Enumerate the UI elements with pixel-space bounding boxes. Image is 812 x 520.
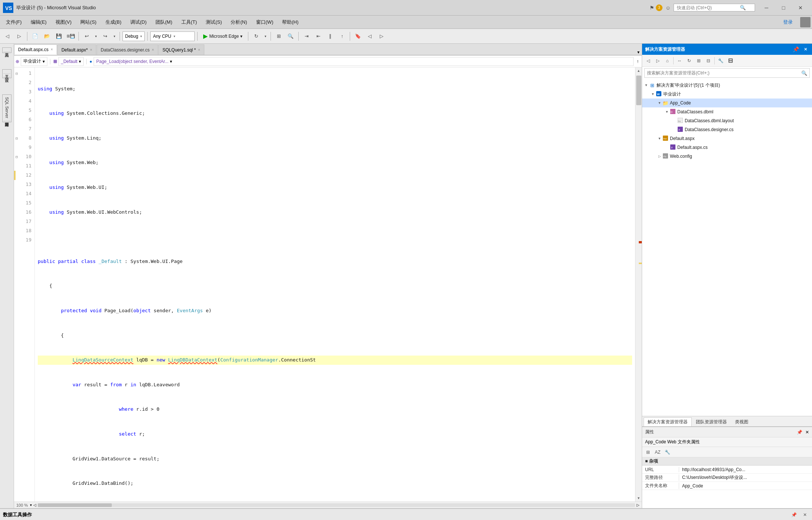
se-forward-button[interactable]: ▷ [653, 56, 662, 65]
start-button[interactable]: ▶ Microsoft Edge ▾ [200, 32, 245, 40]
undo-dropdown-button[interactable]: ▾ [93, 31, 98, 41]
tab-dataclasses-close[interactable]: × [152, 48, 154, 52]
tree-item-dataclasses-layout[interactable]: lay DataClasses.dbml.layout [642, 116, 812, 125]
scroll-thumb[interactable] [636, 76, 641, 105]
notification-badge[interactable]: 3 [656, 4, 662, 11]
h-scroll-track[interactable] [38, 503, 635, 507]
se-wrench-button[interactable]: 🔧 [716, 56, 725, 65]
tab-defaultaspxcs[interactable]: Default.aspx.cs × [14, 44, 57, 55]
toolbox-label[interactable]: 工具箱 [3, 49, 10, 52]
menu-item-analyze[interactable]: 分析(N) [226, 17, 251, 27]
vertical-scrollbar[interactable]: ▲ ▼ [635, 67, 642, 501]
tab-defaultaspx-close[interactable]: × [90, 48, 92, 52]
code-content[interactable]: using System; using System.Collections.G… [35, 67, 635, 501]
menu-item-file[interactable]: 文件(F) [1, 17, 26, 27]
menu-item-tools[interactable]: 工具(T) [177, 17, 202, 27]
panel-close-button[interactable]: ✕ [802, 46, 809, 53]
tab-solution-explorer[interactable]: 解决方案资源管理器 [644, 417, 692, 426]
menu-item-build[interactable]: 生成(B) [101, 17, 126, 27]
data-sources-label2[interactable]: 设置 [3, 74, 10, 77]
debug-config-dropdown[interactable]: Debug ▾ [123, 31, 145, 41]
save-button[interactable]: 💾 [54, 31, 64, 41]
data-sources-item[interactable]: 工具 设置 [2, 69, 11, 78]
server-label[interactable]: SQL Server 对象资源管理器 [3, 96, 10, 121]
tree-item-defaultaspx[interactable]: ▼ asp Default.aspx [642, 134, 812, 143]
solution-explorer-search[interactable]: 🔍 [644, 68, 810, 78]
tree-item-defaultcs[interactable]: # Default.aspx.cs [642, 143, 812, 152]
tree-item-webconfig[interactable]: ▷ cfg Web.config [642, 152, 812, 161]
se-sync-button[interactable]: ↔ [675, 56, 684, 65]
platform-dropdown[interactable]: Any CPU ▾ [150, 31, 195, 41]
menu-item-window[interactable]: 窗口(W) [252, 17, 278, 27]
bottom-panel-close-button[interactable]: ✕ [801, 511, 809, 519]
refresh-dropdown-button[interactable]: ▾ [263, 31, 268, 41]
tab-overflow-button[interactable]: ▾ [635, 50, 642, 55]
project-dropdown[interactable]: 毕业设计 ▾ [21, 57, 47, 66]
expand-code-button[interactable]: ↑ [635, 59, 640, 64]
tab-class-view[interactable]: 类视图 [731, 417, 752, 426]
uncomment-button[interactable]: ↑ [337, 31, 347, 41]
tab-dataclasses[interactable]: DataClasses.designer.cs × [97, 44, 158, 55]
method-dropdown[interactable]: Page_Load(object sender, EventAr... ▾ [94, 57, 634, 66]
horizontal-scrollbar[interactable]: 100 % ▾ ◁ ▷ [14, 501, 642, 508]
properties-close-button[interactable]: ✕ [805, 430, 809, 435]
menu-item-team[interactable]: 团队(M) [151, 17, 177, 27]
open-file-button[interactable]: 📂 [42, 31, 52, 41]
close-button[interactable]: ✕ [792, 2, 809, 13]
comment-button[interactable]: ∥ [325, 31, 335, 41]
maximize-button[interactable]: □ [775, 2, 792, 13]
save-all-button[interactable]: ⊞💾 [66, 31, 76, 41]
se-back-button[interactable]: ◁ [644, 56, 652, 65]
new-project-button[interactable]: 📄 [30, 31, 40, 41]
se-refresh-button[interactable]: ↻ [685, 56, 694, 65]
back-button[interactable]: ◁ [2, 31, 13, 41]
toolbox-item[interactable]: 工具箱 [2, 47, 11, 53]
tree-item-project[interactable]: ▼ W 毕业设计 [642, 90, 812, 99]
se-publish-button[interactable]: ⊞ [694, 56, 703, 65]
tree-item-solution[interactable]: ▼ ⊞ 解决方案'毕业设计'(5)'(1 个项目) [642, 81, 812, 90]
prop-wrench-button[interactable]: 🔧 [663, 448, 672, 457]
refresh-button[interactable]: ↻ [251, 31, 261, 41]
tab-defaultaspx[interactable]: Default.aspx* × [57, 44, 96, 55]
server-explorer-item[interactable]: SQL Server 对象资源管理器 [2, 94, 11, 122]
se-home-button[interactable]: ⌂ [663, 56, 672, 65]
flag-icon[interactable]: ⚑ [650, 5, 654, 11]
tab-sqlquery-close[interactable]: × [198, 48, 200, 52]
tree-item-designer[interactable]: # DataClasses.designer.cs [642, 125, 812, 134]
tab-team-explorer[interactable]: 团队资源管理器 [692, 417, 731, 426]
properties-pin-button[interactable]: 📌 [797, 430, 802, 435]
user-icon[interactable] [800, 17, 811, 27]
menu-item-debug[interactable]: 调试(D) [126, 17, 151, 27]
next-bookmark-button[interactable]: ▷ [376, 31, 387, 41]
prop-alpha-button[interactable]: AZ [653, 448, 662, 457]
scroll-down-button[interactable]: ▼ [635, 495, 642, 501]
search-box[interactable]: 🔍 [674, 4, 755, 11]
forward-button[interactable]: ▷ [14, 31, 24, 41]
minimize-button[interactable]: ─ [758, 2, 775, 13]
scroll-left-button[interactable]: ◁ [32, 503, 38, 507]
indent-button[interactable]: ⇥ [301, 31, 312, 41]
login-button[interactable]: 登录 [777, 17, 799, 27]
menu-item-website[interactable]: 网站(S) [76, 17, 101, 27]
tree-item-appcode[interactable]: ▼ 📁 App_Code [642, 99, 812, 107]
tab-sqlquery[interactable]: SQLQuery1.sql * × [158, 44, 204, 55]
find-button[interactable]: 🔍 [285, 31, 296, 41]
prop-category-button[interactable]: ⊞ [644, 448, 652, 457]
pin-button[interactable]: 📌 [792, 46, 799, 53]
menu-item-test[interactable]: 测试(S) [201, 17, 226, 27]
code-editor[interactable]: ⊟ 1 2 3 4 5 6 7 ⊟ 8 [14, 67, 642, 501]
class-dropdown[interactable]: _Default ▾ [58, 57, 84, 66]
menu-item-view[interactable]: 视图(V) [51, 17, 76, 27]
solution-tree[interactable]: ▼ ⊞ 解决方案'毕业设计'(5)'(1 个项目) ▼ W 毕业设计 ▼ 📁 [642, 79, 812, 416]
unindent-button[interactable]: ⇤ [313, 31, 323, 41]
scroll-right-button[interactable]: ▷ [635, 503, 641, 507]
tree-item-dataclasses[interactable]: ▼ D DataClasses.dbml [642, 107, 812, 116]
menu-item-edit[interactable]: 编辑(E) [26, 17, 51, 27]
bookmark2-button[interactable]: 🔖 [353, 31, 363, 41]
undo-button[interactable]: ↩ [81, 31, 92, 41]
redo-button[interactable]: ↪ [100, 31, 110, 41]
data-sources-label[interactable]: 工具 [3, 70, 10, 74]
se-view-button[interactable]: ⊟ [704, 56, 713, 65]
scroll-up-button[interactable]: ▲ [635, 67, 642, 74]
redo-dropdown-button[interactable]: ▾ [112, 31, 117, 41]
